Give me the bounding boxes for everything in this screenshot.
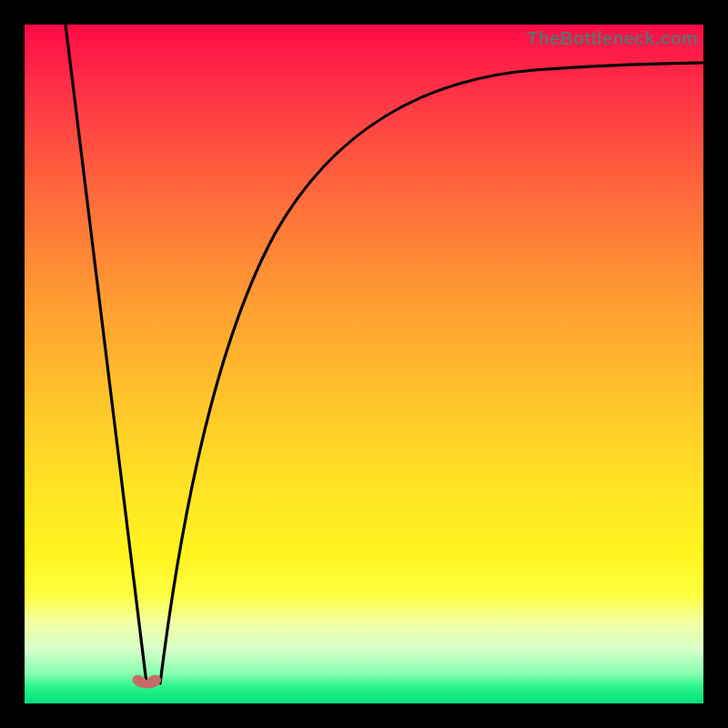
curve-left-branch	[66, 25, 147, 683]
heart-icon	[131, 672, 162, 689]
chart-curves	[25, 25, 703, 703]
heart-marker	[131, 672, 162, 689]
chart-frame: TheBottleneck.com	[0, 0, 728, 728]
curve-right-branch	[160, 63, 703, 683]
chart-plot-area: TheBottleneck.com	[25, 25, 703, 703]
